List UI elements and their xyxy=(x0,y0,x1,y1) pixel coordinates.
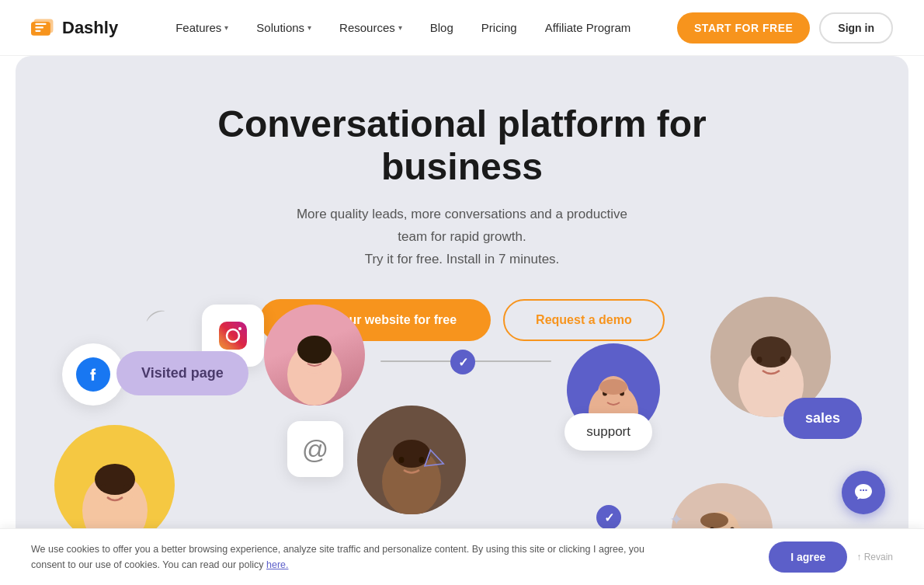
logo-text: Dashly xyxy=(62,18,118,38)
visited-page-badge: Visited page xyxy=(116,351,248,395)
svg-point-17 xyxy=(100,484,106,490)
cookie-policy-link[interactable]: here. xyxy=(266,559,289,570)
nav-item-blog[interactable]: Blog xyxy=(419,15,464,40)
at-symbol-icon: @ xyxy=(287,421,343,477)
logo-icon xyxy=(31,17,56,39)
start-for-free-button[interactable]: START FOR FREE xyxy=(677,12,810,44)
svg-point-16 xyxy=(95,464,135,495)
nav-links: Features ▾ Solutions ▾ Resources ▾ Blog … xyxy=(165,15,677,40)
svg-point-8 xyxy=(238,327,241,330)
hero-subtitle: More quality leads, more conversations a… xyxy=(291,204,633,271)
nav-actions: START FOR FREE Sign in xyxy=(677,12,893,44)
svg-rect-3 xyxy=(35,26,43,28)
nav-item-solutions[interactable]: Solutions ▾ xyxy=(245,15,322,40)
svg-rect-6 xyxy=(219,322,247,350)
svg-point-22 xyxy=(399,457,405,463)
svg-point-31 xyxy=(751,336,791,367)
svg-rect-4 xyxy=(35,30,40,31)
chat-button[interactable] xyxy=(842,471,885,514)
svg-point-36 xyxy=(700,513,728,528)
nav-item-affiliate[interactable]: Affiliate Program xyxy=(534,15,642,40)
sales-badge: sales xyxy=(783,398,862,439)
curve-decoration: ⌒ xyxy=(141,302,179,344)
cookie-agree-button[interactable]: I agree xyxy=(769,541,847,573)
svg-rect-2 xyxy=(35,23,46,24)
facebook-icon xyxy=(62,343,124,406)
support-badge: support xyxy=(564,413,652,451)
svg-point-28 xyxy=(599,379,627,395)
check-circle-2: ✓ xyxy=(596,505,621,530)
chevron-down-icon: ▾ xyxy=(307,23,311,32)
cookie-banner: We use cookies to offer you a better bro… xyxy=(0,528,924,585)
svg-point-11 xyxy=(297,336,332,364)
cookie-actions: I agree ↑ Revain xyxy=(769,541,893,573)
cookie-text: We use cookies to offer you a better bro… xyxy=(31,541,668,573)
check-circle-1: ✓ xyxy=(450,350,475,374)
revain-logo: ↑ Revain xyxy=(856,552,893,562)
svg-point-33 xyxy=(780,357,785,363)
nav-item-pricing[interactable]: Pricing xyxy=(471,15,528,40)
nav-item-features[interactable]: Features ▾ xyxy=(165,15,239,40)
avatar-2 xyxy=(54,425,175,545)
sign-in-button[interactable]: Sign in xyxy=(819,12,893,44)
svg-point-18 xyxy=(123,484,129,490)
svg-point-23 xyxy=(419,457,425,463)
svg-point-32 xyxy=(756,357,762,363)
hero-section: Conversational platform for business Mor… xyxy=(16,56,908,576)
chevron-down-icon: ▾ xyxy=(224,23,228,32)
svg-point-13 xyxy=(322,353,327,358)
navbar: Dashly Features ▾ Solutions ▾ Resources … xyxy=(0,0,924,56)
nav-item-resources[interactable]: Resources ▾ xyxy=(328,15,413,40)
hero-title: Conversational platform for business xyxy=(190,103,734,188)
sparkle-icon: ✦ xyxy=(669,510,683,530)
chevron-down-icon: ▾ xyxy=(398,23,402,32)
svg-point-12 xyxy=(302,353,307,358)
avatar-1 xyxy=(264,305,365,406)
logo[interactable]: Dashly xyxy=(31,17,118,39)
avatar-3 xyxy=(357,406,466,514)
